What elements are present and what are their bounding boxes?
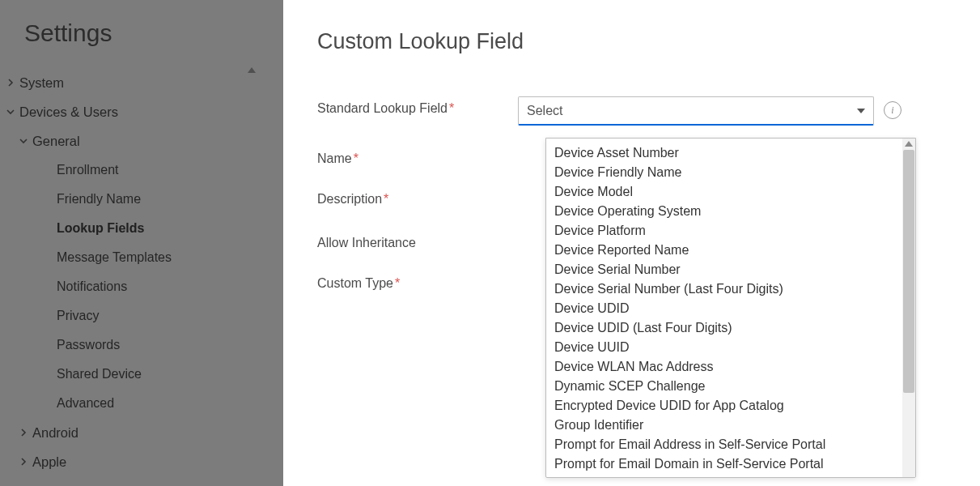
dropdown-option[interactable]: Device Serial Number (Last Four Digits): [546, 279, 902, 299]
required-star: *: [449, 101, 454, 115]
allow-inheritance-label: Allow Inheritance: [317, 231, 518, 250]
dropdown-option[interactable]: Dynamic SCEP Challenge: [546, 377, 902, 396]
dropdown-option[interactable]: Device Friendly Name: [546, 163, 902, 182]
name-label: Name*: [317, 147, 518, 166]
scroll-up-icon: [905, 141, 913, 147]
standard-lookup-dropdown[interactable]: Device Asset NumberDevice Friendly NameD…: [545, 138, 916, 478]
page-title: Custom Lookup Field: [317, 29, 946, 54]
chevron-down-icon: [857, 109, 865, 113]
dropdown-scrollbar[interactable]: [902, 139, 915, 477]
dropdown-option[interactable]: Group Identifier: [546, 416, 902, 435]
dropdown-option[interactable]: Device Asset Number: [546, 143, 902, 163]
dropdown-option[interactable]: Prompt for Email Address in Self-Service…: [546, 435, 902, 454]
dropdown-option[interactable]: Device Platform: [546, 221, 902, 241]
dropdown-option[interactable]: Device UDID (Last Four Digits): [546, 318, 902, 338]
description-label: Description*: [317, 187, 518, 207]
scrollbar-thumb[interactable]: [903, 150, 914, 393]
custom-type-label: Custom Type*: [317, 271, 518, 291]
dropdown-option[interactable]: Device UDID: [546, 299, 902, 318]
dropdown-option[interactable]: Encrypted Device UDID for App Catalog: [546, 396, 902, 416]
dropdown-option[interactable]: Device Model: [546, 182, 902, 202]
modal-overlay: [0, 0, 283, 486]
required-star: *: [354, 151, 358, 165]
dropdown-option[interactable]: Prompt for Email Username Prompt in Self…: [546, 474, 902, 478]
dropdown-option[interactable]: Prompt for Email Domain in Self-Service …: [546, 454, 902, 474]
required-star: *: [395, 276, 400, 290]
standard-lookup-select[interactable]: Select: [518, 96, 874, 126]
standard-lookup-label: Standard Lookup Field*: [317, 96, 518, 116]
dropdown-option[interactable]: Device Serial Number: [546, 260, 902, 279]
dropdown-option[interactable]: Device WLAN Mac Address: [546, 357, 902, 377]
required-star: *: [384, 192, 388, 206]
dropdown-option[interactable]: Device Operating System: [546, 202, 902, 221]
standard-lookup-value: Select: [527, 104, 562, 118]
dropdown-option[interactable]: Device Reported Name: [546, 241, 902, 260]
dropdown-option[interactable]: Device UUID: [546, 338, 902, 357]
info-icon[interactable]: i: [884, 101, 902, 119]
